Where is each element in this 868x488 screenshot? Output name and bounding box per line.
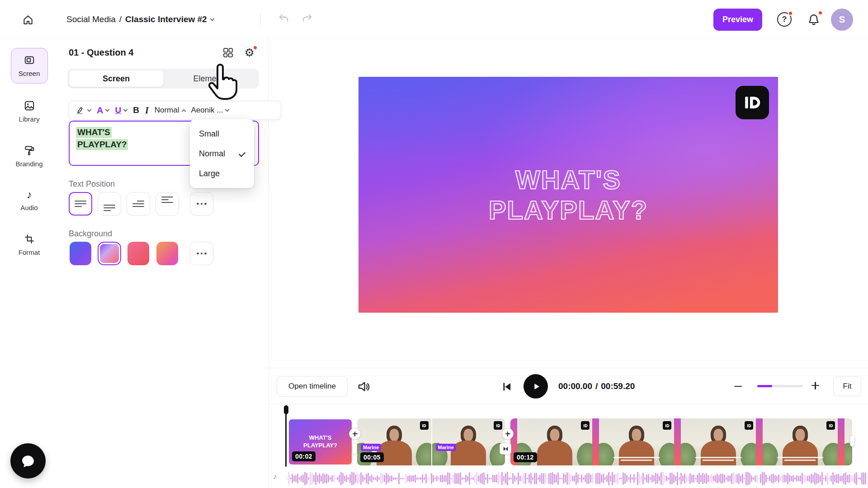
- background-label: Background: [69, 229, 112, 239]
- breadcrumb-title: Classic Interview #2: [125, 14, 207, 24]
- background-swatch-4[interactable]: [156, 242, 179, 265]
- video-canvas[interactable]: WHAT'S PLAYPLAY?: [359, 77, 778, 313]
- chat-widget-button[interactable]: [10, 443, 46, 479]
- fit-label: Fit: [843, 382, 852, 391]
- zoom-in-button[interactable]: [811, 381, 820, 389]
- sidebar-item-library[interactable]: Library: [9, 96, 50, 127]
- clip-trim-handle[interactable]: [352, 443, 357, 455]
- screens-overview-button[interactable]: [222, 47, 234, 58]
- panel-header: 01 - Question 4 ⚙: [69, 47, 255, 58]
- zoom-out-button[interactable]: [734, 382, 743, 390]
- menu-item-normal[interactable]: Normal: [190, 144, 254, 164]
- clip-duration-badge: 00:02: [292, 451, 316, 461]
- canvas-overlay-text[interactable]: WHAT'S PLAYPLAY?: [489, 164, 648, 225]
- question-mark-icon: ?: [782, 15, 787, 24]
- speaker-icon: [357, 380, 370, 393]
- clip-text-line-2: PLAYPLAY?: [303, 442, 337, 450]
- redo-button[interactable]: [301, 13, 313, 24]
- transition-button[interactable]: [500, 443, 511, 455]
- menu-item-small[interactable]: Small: [190, 124, 254, 144]
- clip-trim-handle[interactable]: [850, 435, 855, 447]
- playhead-handle[interactable]: [284, 405, 288, 414]
- chevron-down-icon: [87, 107, 92, 112]
- person-thumb: [681, 418, 756, 465]
- plus-icon: [353, 432, 358, 436]
- person-thumb: Marine: [431, 418, 505, 465]
- notifications-button[interactable]: [806, 11, 822, 28]
- help-notification-dot: [788, 11, 793, 16]
- breadcrumb[interactable]: Social Media / Classic Interview #2: [66, 0, 214, 39]
- transition-icon: [502, 446, 509, 452]
- add-screen-button[interactable]: [349, 428, 361, 440]
- timeline-clip-interview-2[interactable]: 00:12: [510, 418, 852, 465]
- open-timeline-button[interactable]: Open timeline: [277, 376, 348, 397]
- mute-button[interactable]: [357, 380, 370, 393]
- background-swatch-3[interactable]: [127, 242, 150, 265]
- open-timeline-label: Open timeline: [288, 382, 336, 391]
- bold-button[interactable]: B: [133, 105, 139, 115]
- playplay-logo-mini: [581, 421, 590, 430]
- text-position-bottom-button[interactable]: [98, 192, 121, 216]
- sidebar-item-label: Screen: [19, 70, 40, 77]
- menu-item-large[interactable]: Large: [190, 164, 254, 183]
- zoom-slider[interactable]: [757, 385, 803, 387]
- fill-color-button[interactable]: [75, 105, 91, 115]
- audio-waveform[interactable]: [286, 470, 867, 487]
- clip-duration-badge: 00:05: [360, 452, 384, 462]
- undo-button[interactable]: [278, 13, 290, 24]
- tab-screen[interactable]: Screen: [69, 70, 163, 87]
- sidebar-item-screen[interactable]: Screen: [11, 48, 48, 84]
- person-thumb: [763, 418, 838, 465]
- font-dropdown[interactable]: Aeonik ...: [191, 106, 229, 115]
- skip-to-start-button[interactable]: [501, 381, 513, 393]
- settings-button[interactable]: ⚙: [245, 47, 255, 58]
- timeline-clip-title-screen[interactable]: WHAT'S PLAYPLAY? 00:02: [288, 418, 353, 465]
- gradient-sliver: [756, 418, 763, 465]
- text-size-dropdown[interactable]: Normal: [155, 106, 185, 115]
- music-note-icon: ♪: [273, 472, 277, 481]
- timeline-clip-interview-1[interactable]: Marine Marine 00:05: [357, 418, 505, 465]
- font-value: Aeonik ...: [191, 106, 223, 115]
- home-button[interactable]: [20, 12, 36, 28]
- fill-color-icon: [75, 105, 85, 115]
- clip-title-text: WHAT'S PLAYPLAY?: [303, 434, 337, 450]
- background-swatch-1[interactable]: [69, 242, 92, 265]
- chevron-down-icon: [105, 107, 110, 112]
- sidebar-item-audio[interactable]: ♪ Audio: [9, 186, 50, 215]
- caption-lines: [775, 457, 826, 461]
- italic-button[interactable]: I: [145, 105, 149, 116]
- more-icon: [197, 253, 207, 255]
- background-more-button[interactable]: [190, 242, 213, 265]
- text-color-button[interactable]: A: [97, 105, 109, 116]
- background-swatch-2-selected[interactable]: [98, 242, 121, 265]
- help-button[interactable]: ?: [777, 12, 792, 27]
- text-position-center-icon: [132, 201, 144, 207]
- playplay-logo-mini: [494, 421, 502, 430]
- bell-icon: [807, 13, 820, 26]
- text-position-top-button[interactable]: [156, 192, 179, 216]
- avatar[interactable]: S: [831, 9, 853, 31]
- sidebar-item-label: Branding: [15, 160, 42, 168]
- screen-title: 01 - Question 4: [69, 47, 133, 58]
- play-button[interactable]: [524, 374, 548, 399]
- sidebar-item-branding[interactable]: Branding: [9, 141, 50, 171]
- preview-button[interactable]: Preview: [713, 9, 762, 31]
- playhead[interactable]: [285, 405, 287, 467]
- sidebar-item-label: Library: [19, 115, 40, 123]
- screen-icon: [24, 54, 35, 66]
- text-position-middle-button[interactable]: [69, 192, 92, 216]
- text-position-bottom-icon: [104, 205, 115, 211]
- more-icon: [197, 203, 207, 205]
- underline-button[interactable]: U: [115, 105, 127, 115]
- transport-bar: Open timeline 00:00.00 / 00:59.20 Fit: [269, 368, 868, 404]
- bell-notification-dot: [818, 10, 823, 15]
- text-position-center-button[interactable]: [127, 192, 150, 216]
- crop-icon: [24, 233, 35, 245]
- sidebar-item-format[interactable]: Format: [9, 230, 50, 260]
- text-position-more-button[interactable]: [190, 192, 213, 216]
- fit-button[interactable]: Fit: [833, 376, 861, 396]
- playplay-logo-mini: [745, 421, 753, 430]
- stage: WHAT'S PLAYPLAY? Open timeline 00:00: [269, 39, 868, 488]
- add-screen-button[interactable]: [502, 428, 514, 440]
- gradient-swatch: [70, 242, 91, 265]
